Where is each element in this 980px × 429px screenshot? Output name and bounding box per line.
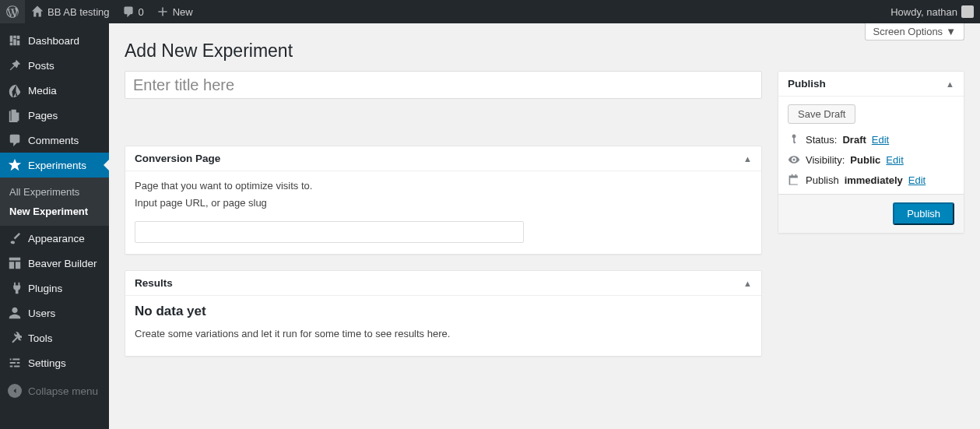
- sidebar-item-plugins[interactable]: Plugins: [0, 276, 109, 301]
- media-icon: [8, 83, 22, 97]
- user-icon: [8, 306, 22, 320]
- postbox-title: Publish: [788, 78, 826, 90]
- status-value: Draft: [842, 134, 866, 146]
- chevron-up-icon[interactable]: ▲: [946, 79, 954, 89]
- calendar-icon: [788, 174, 800, 186]
- sidebar-item-beaver-builder[interactable]: Beaver Builder: [0, 251, 109, 276]
- comment-icon: [122, 5, 135, 18]
- wp-logo[interactable]: [0, 0, 25, 23]
- sidebar-item-dashboard[interactable]: Dashboard: [0, 28, 109, 53]
- main-content: Screen Options ▼ Add New Experiment Conv…: [109, 23, 980, 429]
- sliders-icon: [8, 356, 22, 370]
- sidebar-item-tools[interactable]: Tools: [0, 325, 109, 350]
- screen-options-toggle[interactable]: Screen Options ▼: [865, 23, 964, 40]
- sidebar-item-settings[interactable]: Settings: [0, 350, 109, 375]
- publish-header[interactable]: Publish ▲: [778, 72, 964, 97]
- status-edit-link[interactable]: Edit: [872, 134, 889, 146]
- results-desc: Create some variations and let it run fo…: [135, 327, 752, 341]
- save-draft-button[interactable]: Save Draft: [788, 104, 855, 124]
- sidebar-collapse[interactable]: Collapse menu: [0, 378, 109, 403]
- new-label: New: [173, 6, 193, 18]
- publish-box: Publish ▲ Save Draft Status: Draft Edit: [778, 71, 964, 234]
- conversion-desc-1: Page that you want to optimize visits to…: [135, 179, 752, 193]
- visibility-value: Public: [850, 154, 880, 166]
- schedule-edit-link[interactable]: Edit: [908, 174, 926, 186]
- chevron-left-icon: [8, 384, 22, 398]
- chevron-down-icon: ▼: [946, 26, 956, 37]
- sidebar-item-comments[interactable]: Comments: [0, 128, 109, 153]
- conversion-page-box: Conversion Page ▲ Page that you want to …: [125, 146, 762, 255]
- wordpress-icon: [6, 5, 19, 18]
- sidebar-item-label: Pages: [28, 110, 58, 121]
- key-icon: [788, 133, 800, 146]
- sidebar-item-label: Appearance: [28, 233, 85, 244]
- sidebar-item-label: Dashboard: [28, 35, 79, 47]
- schedule-value: immediately: [845, 174, 903, 186]
- sidebar-item-label: Beaver Builder: [28, 258, 97, 269]
- plugin-icon: [8, 281, 22, 295]
- conversion-page-header[interactable]: Conversion Page ▲: [125, 146, 761, 171]
- star-icon: [8, 158, 22, 172]
- results-box: Results ▲ No data yet Create some variat…: [125, 270, 762, 356]
- chevron-up-icon[interactable]: ▲: [743, 154, 752, 164]
- pin-icon: [8, 58, 22, 72]
- screen-options-label: Screen Options: [873, 26, 943, 37]
- plus-icon: [156, 5, 169, 18]
- submenu-all-experiments[interactable]: All Experiments: [0, 182, 109, 202]
- brush-icon: [8, 231, 22, 245]
- postbox-title: Conversion Page: [135, 153, 220, 164]
- wrench-icon: [8, 331, 22, 345]
- avatar: [961, 5, 974, 18]
- schedule-row: Publish immediately Edit: [788, 174, 954, 186]
- home-icon: [31, 5, 44, 18]
- sidebar-item-label: Experiments: [28, 160, 86, 171]
- sidebar-item-media[interactable]: Media: [0, 78, 109, 103]
- sidebar-item-label: Users: [28, 308, 55, 319]
- chevron-up-icon[interactable]: ▲: [743, 279, 752, 288]
- admin-bar: BB AB testing 0 New Howdy, nathan: [0, 0, 980, 23]
- title-input[interactable]: [125, 71, 762, 99]
- sidebar-item-pages[interactable]: Pages: [0, 103, 109, 128]
- sidebar-item-label: Tools: [28, 332, 53, 344]
- publish-button[interactable]: Publish: [893, 202, 954, 225]
- sidebar-item-label: Collapse menu: [28, 385, 98, 397]
- dashboard-icon: [8, 33, 22, 47]
- admin-sidebar: Dashboard Posts Media Pages Comments Exp…: [0, 23, 109, 429]
- layout-icon: [8, 256, 22, 270]
- sidebar-item-label: Media: [28, 85, 57, 97]
- eye-icon: [788, 153, 800, 166]
- sidebar-item-label: Posts: [28, 60, 54, 72]
- visibility-edit-link[interactable]: Edit: [886, 154, 903, 166]
- sidebar-item-experiments[interactable]: Experiments: [0, 153, 109, 178]
- sidebar-item-label: Comments: [28, 135, 79, 146]
- sidebar-submenu-experiments: All Experiments New Experiment: [0, 178, 109, 226]
- conversion-desc-2: Input page URL, or page slug: [135, 196, 752, 210]
- sidebar-item-appearance[interactable]: Appearance: [0, 226, 109, 251]
- comments-link[interactable]: 0: [116, 0, 150, 23]
- sidebar-item-label: Plugins: [28, 283, 62, 294]
- pages-icon: [8, 108, 22, 122]
- results-header[interactable]: Results ▲: [125, 271, 761, 296]
- submenu-new-experiment[interactable]: New Experiment: [0, 202, 109, 221]
- comments-count: 0: [139, 6, 144, 18]
- postbox-title: Results: [135, 277, 173, 289]
- visibility-row: Visibility: Public Edit: [788, 153, 954, 166]
- comment-icon: [8, 133, 22, 147]
- sidebar-item-posts[interactable]: Posts: [0, 53, 109, 78]
- site-name: BB AB testing: [47, 6, 110, 18]
- conversion-page-input[interactable]: [135, 221, 524, 243]
- status-row: Status: Draft Edit: [788, 133, 954, 146]
- howdy-link[interactable]: Howdy, nathan: [884, 0, 980, 23]
- sidebar-item-label: Settings: [28, 357, 66, 369]
- page-title: Add New Experiment: [125, 23, 964, 71]
- results-title: No data yet: [135, 304, 752, 319]
- howdy-text: Howdy, nathan: [890, 6, 957, 18]
- site-link[interactable]: BB AB testing: [25, 0, 116, 23]
- new-link[interactable]: New: [150, 0, 199, 23]
- sidebar-item-users[interactable]: Users: [0, 301, 109, 325]
